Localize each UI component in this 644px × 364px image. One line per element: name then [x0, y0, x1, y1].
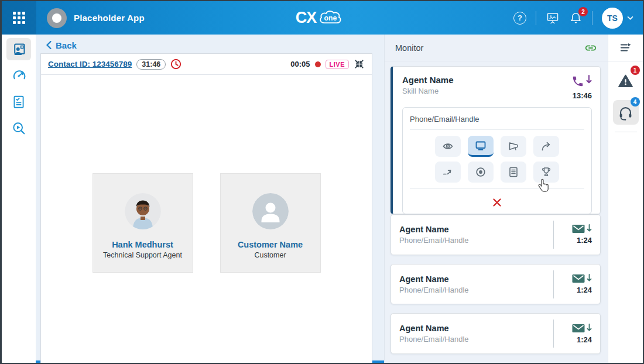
contact-handle: Phone/Email/Handle — [399, 335, 469, 344]
contact-handle: Phone/Email/Handle — [399, 236, 469, 245]
session-duration: 1:24 — [577, 236, 592, 245]
session-card[interactable]: Agent Name Phone/Email/Handle 1:24 — [390, 313, 601, 354]
sidebar-item-agent-monitor[interactable] — [6, 38, 31, 60]
close-x-icon — [492, 197, 502, 208]
monitor-header: Monitor — [385, 35, 608, 61]
clock-icon — [170, 59, 181, 70]
back-label: Back — [56, 40, 77, 50]
skill-name: Skill Name — [402, 87, 454, 95]
monitoring-sessions-button[interactable]: 4 — [613, 100, 639, 125]
record-button[interactable] — [468, 162, 494, 183]
contact-header: Contact ID: 123456789 31:46 00:05 LIVE — [41, 54, 372, 75]
participant-name: Customer Name — [238, 240, 303, 249]
incoming-call-icon — [571, 75, 592, 88]
divider — [615, 132, 637, 132]
customer-placeholder-avatar — [252, 193, 289, 229]
recording-dot-icon — [315, 61, 321, 67]
coach-button[interactable] — [501, 136, 526, 157]
right-sidebar: 1 4 — [608, 35, 643, 363]
monitoring-controls: Phone/Email/Handle — [402, 107, 592, 214]
gauge-icon — [11, 68, 26, 83]
top-header: Placeholder App CX one ? — [2, 1, 643, 35]
link-icon[interactable] — [584, 42, 597, 54]
contact-id-link[interactable]: Contact ID: 123456789 — [48, 60, 132, 68]
record-icon — [475, 166, 487, 178]
takeover-arrow-icon — [442, 166, 454, 178]
app-launcher-button[interactable] — [2, 1, 36, 35]
contact-header-right: 00:05 LIVE — [290, 59, 365, 70]
forward-button[interactable] — [533, 136, 559, 157]
notifications-badge: 2 — [578, 7, 588, 16]
sidebar-item-search-recordings[interactable] — [6, 117, 31, 139]
sessions-badge: 4 — [631, 97, 640, 107]
screen-monitor-button[interactable] — [468, 136, 494, 157]
left-sidebar — [2, 35, 36, 363]
header-actions: ? 2 TS — [513, 8, 643, 29]
session-duration: 1:24 — [577, 286, 592, 294]
header-divider — [536, 11, 536, 25]
trophy-icon — [540, 166, 552, 178]
logo-cx-text: CX — [296, 10, 317, 26]
divider — [410, 188, 584, 189]
participant-role: Customer — [254, 251, 286, 259]
form-check-icon — [11, 94, 26, 109]
contact-handle: Phone/Email/Handle — [399, 286, 469, 294]
sidebar-item-performance[interactable] — [6, 64, 31, 87]
participant-role: Technical Support Agent — [103, 251, 182, 259]
app-name: Placeholder App — [74, 13, 145, 23]
incoming-email-icon — [572, 324, 592, 333]
hold-time-pill: 31:46 — [136, 59, 166, 70]
avatar: TS — [602, 8, 623, 29]
participant-name: Hank Medhurst — [112, 240, 173, 249]
back-button[interactable]: Back — [36, 37, 384, 53]
presentation-screen-icon — [546, 11, 560, 25]
monitor-title: Monitor — [395, 43, 423, 53]
help-icon[interactable]: ? — [513, 12, 526, 25]
agent-screen-icon — [11, 42, 27, 57]
warning-triangle-icon — [618, 73, 633, 89]
alerts-button[interactable]: 1 — [613, 68, 639, 93]
stop-monitoring-button[interactable] — [410, 195, 584, 209]
view-button[interactable] — [435, 136, 461, 157]
takeover-button[interactable] — [435, 162, 461, 183]
sidebar-item-evaluations[interactable] — [6, 91, 31, 113]
header-divider — [592, 11, 592, 25]
notes-icon — [508, 166, 519, 178]
user-menu[interactable]: TS — [602, 8, 633, 29]
participant-card-agent[interactable]: Hank Medhurst Technical Support Agent — [93, 173, 193, 273]
chevron-left-icon — [46, 41, 52, 49]
session-card[interactable]: Agent Name Phone/Email/Handle 1:24 — [390, 264, 601, 305]
alerts-badge: 1 — [631, 66, 640, 75]
megaphone-icon — [508, 140, 519, 152]
agent-name: Agent Name — [399, 225, 469, 234]
logo-one-text: one — [324, 13, 337, 22]
agent-photo-avatar — [125, 193, 161, 229]
notes-button[interactable] — [501, 162, 526, 183]
screen-icon — [475, 140, 487, 152]
active-session-card: Agent Name Skill Name 13:46 — [390, 66, 601, 214]
incoming-email-icon — [572, 274, 592, 283]
participant-card-customer[interactable]: Customer Name Customer — [220, 173, 321, 273]
screen-share-button[interactable] — [546, 11, 560, 25]
session-card[interactable]: Agent Name Phone/Email/Handle 1:24 — [390, 214, 601, 255]
contact-handle: Phone/Email/Handle — [410, 115, 584, 123]
monitor-panel: Monitor Agent Name Skill Name — [384, 35, 608, 363]
collapse-panel-button[interactable] — [608, 35, 643, 61]
participants: Hank Medhurst Technical Support Agent Cu… — [41, 173, 372, 273]
divider — [410, 129, 584, 130]
headset-icon — [618, 105, 633, 121]
forward-arrow-icon — [540, 140, 552, 152]
notifications-button[interactable]: 2 — [569, 11, 583, 25]
agent-name: Agent Name — [402, 75, 454, 85]
cxone-logo: CX one — [296, 9, 350, 27]
app-window: Placeholder App CX one ? — [0, 0, 644, 364]
reward-button[interactable] — [533, 162, 559, 183]
eye-icon — [442, 140, 454, 152]
session-duration: 13:46 — [573, 91, 592, 100]
contact-view: Contact ID: 123456789 31:46 00:05 LIVE — [40, 53, 372, 363]
collapse-icon[interactable] — [354, 59, 365, 70]
current-app[interactable]: Placeholder App — [47, 8, 145, 28]
agent-name: Agent Name — [399, 324, 469, 333]
live-badge: LIVE — [326, 60, 349, 69]
grid-icon — [13, 12, 25, 24]
